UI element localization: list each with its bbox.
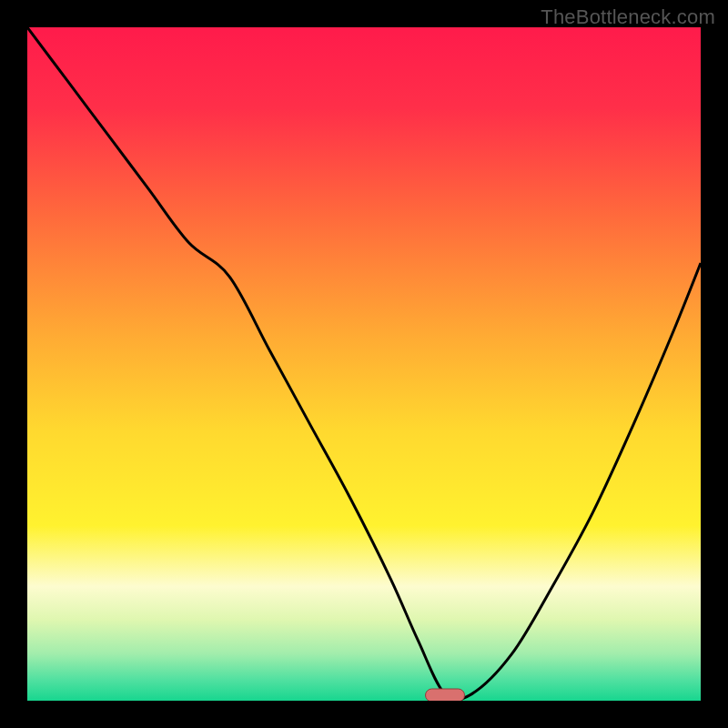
optimal-marker [425,689,465,701]
chart-frame: TheBottleneck.com [0,0,728,728]
watermark-text: TheBottleneck.com [541,5,715,29]
curve-layer [27,27,701,701]
plot-area [27,27,701,701]
bottleneck-curve [27,27,701,700]
